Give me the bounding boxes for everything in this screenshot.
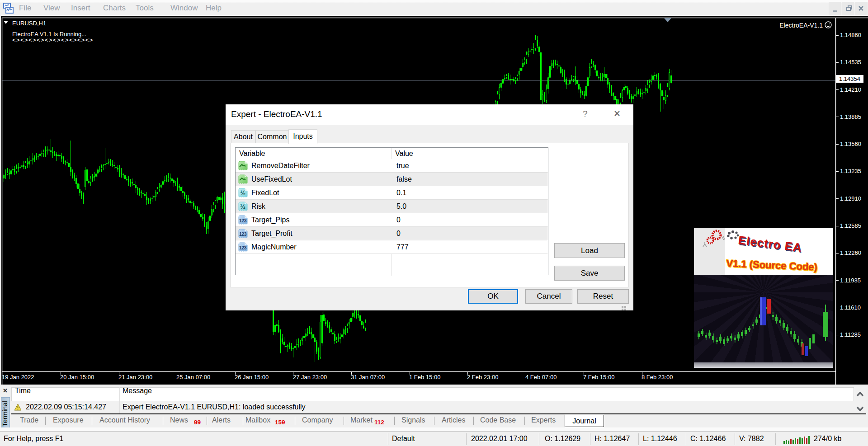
svg-text:123: 123 [239,231,247,237]
svg-text:½: ½ [240,189,245,197]
svg-text:123: 123 [239,245,247,250]
svg-text:123: 123 [239,218,247,223]
svg-text:½: ½ [240,203,245,210]
